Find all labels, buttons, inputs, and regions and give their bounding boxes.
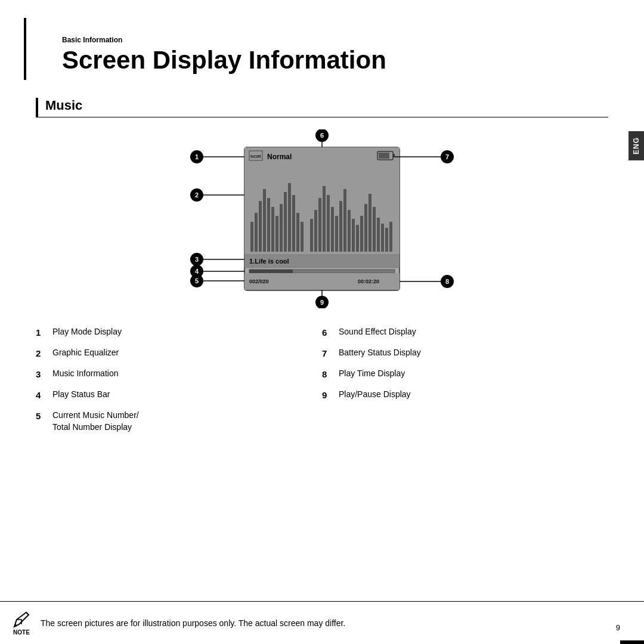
svg-rect-10	[255, 213, 258, 252]
svg-text:1.Life is cool: 1.Life is cool	[249, 258, 289, 265]
legend-area: 1 Play Mode Display 2 Graphic Equalizer …	[36, 326, 608, 441]
page-number: 9	[616, 623, 620, 632]
svg-rect-29	[339, 201, 342, 252]
svg-rect-24	[318, 198, 321, 252]
legend-text-7: Battery Status Display	[339, 347, 421, 359]
note-footer: NOTE The screen pictures are for illustr…	[0, 601, 644, 644]
svg-text:3: 3	[195, 256, 199, 263]
svg-rect-17	[284, 192, 287, 252]
svg-rect-20	[296, 213, 299, 252]
svg-rect-39	[381, 224, 384, 252]
legend-text-2: Graphic Equalizer	[52, 347, 119, 359]
svg-rect-21	[301, 222, 304, 252]
diagram-svg-wrapper: NOR Normal	[113, 129, 531, 308]
svg-text:6: 6	[320, 132, 324, 139]
svg-rect-40	[385, 228, 388, 252]
legend-item-9: 9 Play/Pause Display	[322, 389, 608, 401]
legend-item-5: 5 Current Music Number/Total Number Disp…	[36, 410, 322, 433]
svg-rect-18	[288, 183, 291, 252]
svg-rect-28	[335, 216, 338, 252]
legend-num-4: 4	[36, 389, 52, 401]
svg-point-76	[14, 624, 17, 627]
svg-text:Normal: Normal	[267, 153, 292, 161]
legend-num-1: 1	[36, 326, 52, 339]
svg-text:NOR: NOR	[250, 154, 261, 159]
music-section: Music NOR Normal	[36, 98, 608, 441]
legend-item-7: 7 Battery Status Display	[322, 347, 608, 360]
section-title: Music	[36, 98, 608, 117]
svg-text:7: 7	[445, 153, 449, 160]
svg-text:002/020: 002/020	[249, 278, 269, 284]
legend-num-8: 8	[322, 368, 339, 380]
legend-item-4: 4 Play Status Bar	[36, 389, 322, 401]
legend-text-5: Current Music Number/Total Number Displa…	[52, 410, 139, 433]
svg-rect-36	[369, 194, 371, 252]
svg-rect-14	[271, 207, 274, 252]
svg-text:8: 8	[445, 278, 449, 285]
legend-col-right: 6 Sound Effect Display 7 Battery Status …	[322, 326, 608, 441]
svg-rect-9	[250, 222, 253, 252]
legend-item-6: 6 Sound Effect Display	[322, 326, 608, 339]
svg-rect-7	[379, 153, 389, 159]
legend-num-3: 3	[36, 368, 52, 380]
svg-text:5: 5	[195, 277, 199, 284]
svg-rect-31	[348, 210, 351, 252]
legend-text-9: Play/Pause Display	[339, 389, 411, 401]
legend-num-9: 9	[322, 389, 339, 401]
legend-num-6: 6	[322, 326, 339, 339]
svg-rect-45	[249, 270, 293, 273]
svg-rect-32	[352, 219, 355, 252]
legend-text-4: Play Status Bar	[52, 389, 110, 401]
diagram-svg: NOR Normal	[113, 129, 531, 308]
svg-rect-13	[267, 198, 270, 252]
svg-rect-34	[360, 216, 363, 252]
legend-item-8: 8 Play Time Display	[322, 368, 608, 380]
legend-item-3: 3 Music Information	[36, 368, 322, 380]
svg-rect-6	[393, 154, 395, 157]
svg-rect-12	[263, 189, 266, 252]
svg-rect-19	[292, 195, 295, 252]
svg-rect-26	[327, 195, 330, 252]
note-label: NOTE	[13, 629, 30, 636]
page-title: Screen Display Information	[62, 47, 608, 74]
svg-rect-38	[377, 218, 380, 252]
legend-num-7: 7	[322, 347, 339, 360]
basic-info-label: Basic Information	[62, 36, 608, 44]
svg-rect-37	[373, 207, 376, 252]
svg-rect-33	[356, 225, 359, 252]
svg-rect-25	[323, 186, 326, 252]
diagram-area: NOR Normal	[36, 129, 608, 308]
svg-rect-15	[275, 216, 278, 252]
svg-text:9: 9	[320, 299, 324, 306]
header: Basic Information Screen Display Informa…	[24, 18, 644, 80]
svg-text:1: 1	[195, 153, 199, 160]
note-svg-icon	[12, 610, 31, 629]
note-text: The screen pictures are for illustration…	[41, 618, 345, 628]
legend-text-1: Play Mode Display	[52, 326, 122, 338]
legend-item-1: 1 Play Mode Display	[36, 326, 322, 339]
svg-rect-16	[280, 204, 283, 252]
svg-rect-27	[331, 207, 334, 252]
svg-rect-30	[343, 189, 346, 252]
svg-rect-23	[314, 210, 317, 252]
svg-rect-11	[259, 201, 262, 252]
legend-col-left: 1 Play Mode Display 2 Graphic Equalizer …	[36, 326, 322, 441]
svg-text:2: 2	[195, 191, 199, 199]
legend-item-2: 2 Graphic Equalizer	[36, 347, 322, 360]
note-icon: NOTE	[12, 610, 31, 636]
legend-text-6: Sound Effect Display	[339, 326, 416, 338]
page-bar-decoration	[620, 640, 644, 644]
svg-text:4: 4	[195, 268, 199, 275]
svg-rect-41	[389, 222, 392, 252]
legend-text-8: Play Time Display	[339, 368, 405, 380]
svg-rect-22	[310, 219, 313, 252]
legend-text-3: Music Information	[52, 368, 118, 380]
svg-text:00:02:20: 00:02:20	[358, 278, 379, 284]
eng-tab: ENG	[628, 131, 644, 160]
legend-num-2: 2	[36, 347, 52, 360]
legend-num-5: 5	[36, 410, 52, 422]
svg-rect-35	[364, 204, 367, 252]
